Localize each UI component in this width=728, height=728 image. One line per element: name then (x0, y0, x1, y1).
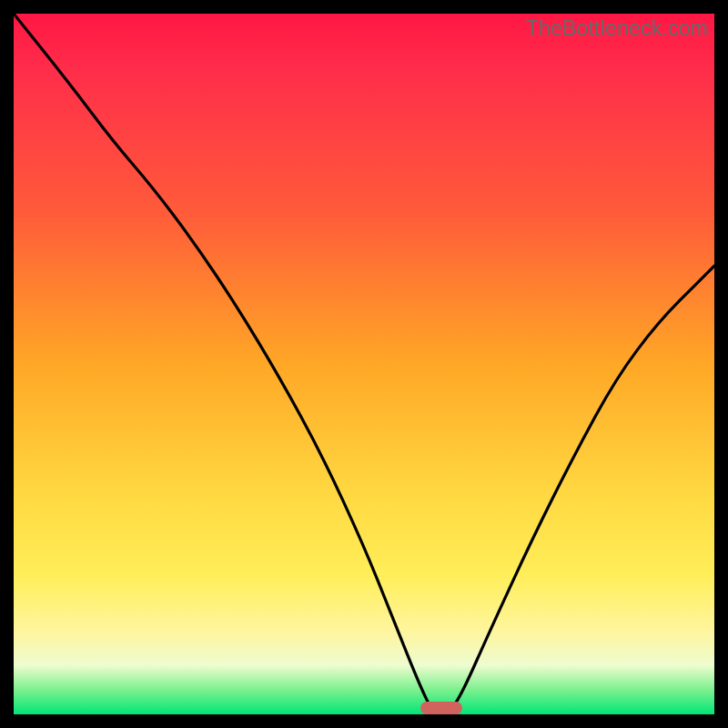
curve-path (14, 14, 714, 714)
watermark-text: TheBottleneck.com (526, 16, 708, 41)
bottleneck-curve (14, 14, 714, 714)
plot-area (14, 14, 714, 714)
optimal-range-marker (420, 702, 462, 714)
chart-frame: TheBottleneck.com (0, 0, 728, 728)
